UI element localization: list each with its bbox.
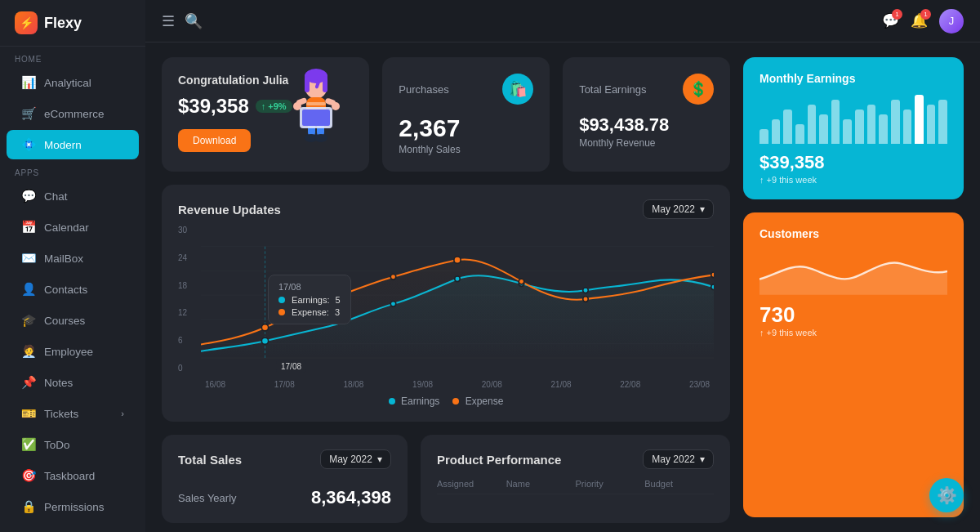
svg-rect-6 (306, 102, 326, 105)
sidebar-item-employee[interactable]: 🧑‍💼 Employee (7, 337, 139, 366)
sidebar-item-label: Taskboard (44, 470, 95, 482)
tooltip-date: 17/08 (278, 282, 341, 292)
earnings-sub: Monthly Revenue (579, 137, 714, 149)
contacts-icon: 👤 (21, 282, 36, 297)
sidebar-item-mailbox[interactable]: ✉️ MailBox (7, 244, 139, 273)
mail-icon: ✉️ (21, 251, 36, 266)
customers-value: 730 (760, 302, 947, 328)
product-table-header: Assigned Name Priority Budget (437, 479, 714, 494)
top-cards-row: Congratulation Julia $39,358 ↑ +9% Downl… (162, 57, 730, 172)
congrats-amount-value: $39,358 (178, 95, 249, 118)
congrats-figure (271, 61, 361, 159)
menu-button[interactable]: ☰ (162, 12, 175, 30)
sidebar-item-modern[interactable]: 💠 Modern (7, 130, 139, 159)
expense-legend: Expense (452, 396, 503, 407)
purchases-title: Purchases (399, 83, 448, 96)
earnings-header: Total Earnings 💲 (579, 74, 714, 105)
product-performance-card: Product Performance May 2022 ▾ Assigned … (421, 435, 730, 523)
purchases-icon: 🛍️ (502, 74, 533, 105)
svg-point-30 (261, 324, 268, 331)
sidebar-item-contacts[interactable]: 👤 Contacts (7, 275, 139, 304)
chat-icon: 💬 (21, 189, 36, 203)
chart-legend: Earnings Expense (178, 396, 714, 407)
svg-rect-3 (323, 76, 327, 92)
total-sales-title: Total Sales (178, 453, 242, 467)
sidebar-item-courses[interactable]: 🎓 Courses (7, 306, 139, 335)
svg-point-26 (455, 276, 461, 282)
customers-card: Customers 730 ↑ +9 this week (743, 212, 964, 517)
monthly-earnings-growth: ↑ +9 this week (760, 175, 947, 185)
messages-button[interactable]: 💬 1 (882, 12, 899, 29)
calendar-icon: 📅 (21, 220, 36, 235)
yearly-value: 8,364,398 (311, 487, 391, 508)
col-budget: Budget (644, 479, 714, 489)
ecommerce-icon: 🛒 (21, 106, 36, 121)
dropdown-arrow-icon2: ▾ (700, 454, 705, 465)
purchases-sub: Monthly Sales (399, 144, 533, 155)
sidebar-item-notes[interactable]: 📌 Notes (7, 368, 139, 397)
revenue-title: Revenue Updates (178, 203, 281, 217)
sidebar-item-analytical[interactable]: 📊 Analytical (7, 68, 139, 97)
chart-y-axis: 3024181260 (178, 226, 198, 373)
user-avatar[interactable]: J (939, 9, 964, 34)
tooltip-expense: Expense: 3 (278, 307, 341, 317)
svg-point-31 (390, 275, 396, 280)
bar-item (938, 100, 947, 144)
chart-tooltip: 17/08 Earnings: 5 Expense: 3 (268, 275, 351, 324)
earnings-legend-dot (389, 398, 395, 405)
sales-yearly-row: Sales Yearly 8,364,398 (178, 479, 391, 508)
bar-item (772, 119, 781, 144)
logo-area[interactable]: ⚡ Flexy (0, 0, 145, 47)
svg-rect-2 (305, 76, 310, 92)
sidebar: ⚡ Flexy Home 📊 Analytical 🛒 eCommerce 💠 … (0, 0, 145, 532)
monthly-earnings-card: Monthly Earnings $39,358 ↑ +9 this week (743, 57, 964, 199)
app-name: Flexy (44, 15, 82, 32)
sidebar-item-chat[interactable]: 💬 Chat (7, 181, 139, 211)
customers-growth: ↑ +9 this week (760, 328, 947, 338)
congrats-card: Congratulation Julia $39,358 ↑ +9% Downl… (162, 57, 369, 172)
svg-point-33 (519, 279, 524, 284)
download-button[interactable]: Download (178, 129, 251, 152)
revenue-dropdown[interactable]: May 2022 ▾ (643, 199, 714, 219)
sidebar-item-tickets[interactable]: 🎫 Tickets › (7, 399, 139, 428)
bottom-row: Total Sales May 2022 ▾ Sales Yearly 8,36… (162, 435, 730, 523)
revenue-updates-card: Revenue Updates May 2022 ▾ 3024181260 (162, 185, 730, 422)
sidebar-item-taskboard[interactable]: 🎯 Taskboard (7, 461, 139, 490)
employee-icon: 🧑‍💼 (21, 344, 36, 359)
main-area: ☰ 🔍 💬 1 🔔 1 J Congratulation Julia (145, 0, 980, 532)
total-sales-dropdown[interactable]: May 2022 ▾ (320, 449, 391, 469)
topbar: ☰ 🔍 💬 1 🔔 1 J (145, 0, 980, 42)
yearly-label: Sales Yearly (178, 492, 237, 504)
sidebar-item-calendar[interactable]: 📅 Calendar (7, 212, 139, 242)
courses-icon: 🎓 (21, 313, 36, 328)
sidebar-item-label: Courses (44, 315, 85, 327)
sidebar-item-label: Chat (44, 190, 68, 203)
total-earnings-card: Total Earnings 💲 $93,438.78 Monthly Reve… (563, 57, 730, 172)
svg-point-29 (711, 284, 714, 290)
search-button[interactable]: 🔍 (185, 12, 203, 30)
total-sales-header: Total Sales May 2022 ▾ (178, 449, 391, 469)
fab-button[interactable]: ⚙️ (929, 478, 964, 512)
bar-item (927, 105, 936, 144)
svg-point-35 (711, 272, 714, 278)
col-assigned: Assigned (437, 479, 506, 489)
notifications-button[interactable]: 🔔 1 (911, 12, 928, 29)
sidebar-item-label: Calendar (44, 221, 89, 234)
col-priority: Priority (575, 479, 644, 489)
earnings-title: Total Earnings (579, 83, 646, 96)
monthly-earnings-title: Monthly Earnings (760, 72, 947, 85)
monthly-earnings-bar-chart (760, 95, 947, 144)
sidebar-item-permissions[interactable]: 🔒 Permissions (7, 492, 139, 521)
notes-icon: 📌 (21, 375, 36, 390)
bar-item (760, 129, 768, 144)
svg-rect-16 (302, 110, 330, 126)
sidebar-item-label: Contacts (44, 284, 87, 296)
left-column: Congratulation Julia $39,358 ↑ +9% Downl… (162, 57, 730, 517)
sidebar-item-todo[interactable]: ✅ ToDo (7, 430, 139, 459)
todo-icon: ✅ (21, 437, 36, 452)
bar-item (843, 119, 852, 144)
apps-section-label: Apps (0, 160, 145, 181)
product-perf-dropdown[interactable]: May 2022 ▾ (643, 449, 714, 469)
sidebar-item-ecommerce[interactable]: 🛒 eCommerce (7, 99, 139, 128)
svg-point-28 (583, 288, 589, 293)
